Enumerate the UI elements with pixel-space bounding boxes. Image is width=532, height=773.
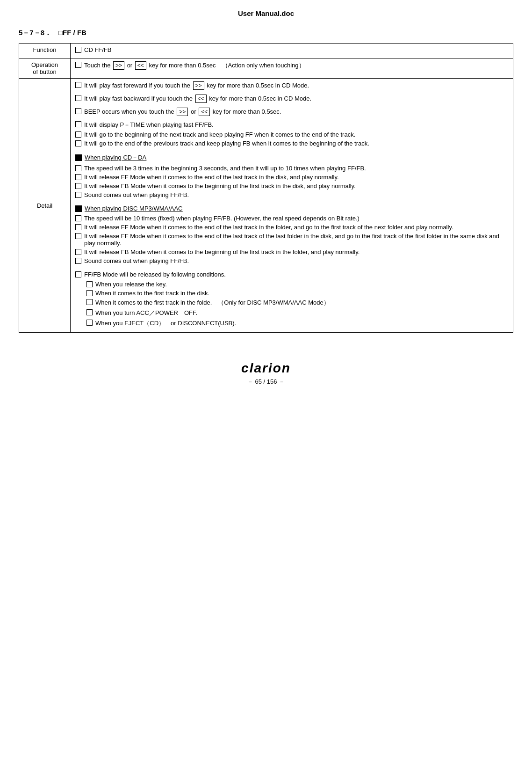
operation-item: Touch the >> or << key for more than 0.5… xyxy=(75,61,508,70)
operation-row: Operationof button Touch the >> or << ke… xyxy=(19,58,513,79)
detail-text-3: BEEP occurs when you touch the >> or << … xyxy=(84,108,281,116)
detail-item-2: It will play fast backward if you touch … xyxy=(75,95,508,103)
brand-logo: clarion xyxy=(19,361,513,376)
detail-item-4: It will display P－TIME when playing fast… xyxy=(75,121,508,129)
mp3-title: When playing DISC MP3/WMA/AAC xyxy=(75,205,508,212)
release-cond-text-5: When you EJECT（CD） or DISCONNECT(USB). xyxy=(95,319,236,328)
checkbox xyxy=(75,108,81,114)
detail-label: Detail xyxy=(19,79,71,333)
function-text: CD FF/FB xyxy=(84,46,112,53)
cdda-text-2: It will release FF Mode when it comes to… xyxy=(84,174,339,181)
checkbox xyxy=(75,121,81,127)
operation-label: Operationof button xyxy=(19,58,71,79)
cdda-text-1: The speed will be 3 times in the beginni… xyxy=(84,165,366,172)
checkbox xyxy=(75,140,81,146)
checkbox xyxy=(86,290,93,296)
checkbox xyxy=(75,183,81,189)
release-intro-text: FF/FB Mode will be released by following… xyxy=(84,271,226,278)
release-cond-text-4: When you turn ACC／POWER OFF. xyxy=(95,309,197,317)
checkbox xyxy=(86,281,93,287)
black-square-icon xyxy=(75,154,82,161)
main-table: Function CD FF/FB Operationof button Tou… xyxy=(19,43,513,333)
cdda-item-2: It will release FF Mode when it comes to… xyxy=(75,174,508,181)
release-cond-text-3: When it comes to the first track in the … xyxy=(95,299,330,307)
function-content: CD FF/FB xyxy=(71,44,513,58)
section-heading: 5－7－8． □FF / FB xyxy=(19,29,513,37)
checkbox xyxy=(75,192,81,198)
checkbox xyxy=(75,82,81,88)
checkbox xyxy=(86,320,93,326)
release-cond-1: When you release the key. xyxy=(86,281,508,288)
mp3-text-4: It will release FB Mode when it comes to… xyxy=(84,248,359,255)
checkbox xyxy=(75,249,81,255)
checkbox xyxy=(86,299,93,305)
checkbox xyxy=(75,215,81,221)
release-cond-text-1: When you release the key. xyxy=(95,281,167,288)
cdda-text-4: Sound comes out when playing FF/FB. xyxy=(84,191,189,198)
ff-key-3: >> xyxy=(177,108,188,116)
detail-text-2: It will play fast backward if you touch … xyxy=(84,95,311,103)
detail-text-4: It will display P－TIME when playing fast… xyxy=(84,121,214,129)
ff-key: >> xyxy=(113,61,124,70)
page-title: User Manual.doc xyxy=(19,9,513,17)
release-cond-3: When it comes to the first track in the … xyxy=(86,299,508,307)
mp3-text-2: It will release FF Mode when it comes to… xyxy=(84,224,453,231)
checkbox xyxy=(75,165,81,171)
mp3-item-1: The speed will be 10 times (fixed) when … xyxy=(75,215,508,222)
operation-text: Touch the >> or << key for more than 0.5… xyxy=(84,61,305,70)
mp3-item-3: It will release FF Mode when it comes to… xyxy=(75,233,508,247)
checkbox xyxy=(75,47,81,53)
ff-key-1: >> xyxy=(193,81,204,90)
mp3-title-text: When playing DISC MP3/WMA/AAC xyxy=(85,205,183,212)
page-number: － 65 / 156 － xyxy=(19,378,513,386)
cdda-title-text: When playing CD－DA xyxy=(85,153,146,162)
mp3-item-4: It will release FB Mode when it comes to… xyxy=(75,248,508,255)
checkbox xyxy=(75,233,81,239)
detail-text-5: It will go to the beginning of the next … xyxy=(84,131,355,138)
checkbox xyxy=(86,309,93,315)
checkbox xyxy=(75,271,81,277)
detail-text-6: It will go to the end of the previours t… xyxy=(84,140,369,147)
mp3-text-3: It will release FF Mode when it comes to… xyxy=(84,233,508,247)
detail-item-6: It will go to the end of the previours t… xyxy=(75,140,508,147)
release-section: FF/FB Mode will be released by following… xyxy=(75,271,508,328)
footer: clarion － 65 / 156 － xyxy=(19,361,513,386)
cdda-text-3: It will release FB Mode when it comes to… xyxy=(84,182,356,190)
detail-item-5: It will go to the beginning of the next … xyxy=(75,131,508,138)
checkbox xyxy=(75,224,81,230)
cdda-item-4: Sound comes out when playing FF/FB. xyxy=(75,191,508,198)
release-cond-4: When you turn ACC／POWER OFF. xyxy=(86,309,508,317)
fb-key: << xyxy=(135,61,146,70)
release-intro: FF/FB Mode will be released by following… xyxy=(75,271,508,278)
mp3-item-2: It will release FF Mode when it comes to… xyxy=(75,224,508,231)
release-cond-2: When it comes to the first track in the … xyxy=(86,290,508,297)
detail-item-1: It will play fast foreward if you touch … xyxy=(75,81,508,90)
black-square-icon-2 xyxy=(75,205,82,212)
function-row: Function CD FF/FB xyxy=(19,44,513,58)
function-label: Function xyxy=(19,44,71,58)
mp3-text-5: Sound comes out when playing FF/FB. xyxy=(84,257,189,264)
mp3-text-1: The speed will be 10 times (fixed) when … xyxy=(84,215,359,222)
checkbox xyxy=(75,174,81,180)
cdda-section: When playing CD－DA The speed will be 3 t… xyxy=(75,153,508,198)
function-item: CD FF/FB xyxy=(75,46,508,53)
detail-row: Detail It will play fast foreward if you… xyxy=(19,79,513,333)
detail-item-3: BEEP occurs when you touch the >> or << … xyxy=(75,108,508,116)
release-cond-5: When you EJECT（CD） or DISCONNECT(USB). xyxy=(86,319,508,328)
fb-key-3: << xyxy=(199,108,210,116)
fb-key-2: << xyxy=(195,95,207,103)
checkbox xyxy=(75,131,81,138)
detail-content: It will play fast foreward if you touch … xyxy=(71,79,513,333)
cdda-item-3: It will release FB Mode when it comes to… xyxy=(75,182,508,190)
release-cond-text-2: When it comes to the first track in the … xyxy=(95,290,209,297)
checkbox xyxy=(75,258,81,264)
operation-content: Touch the >> or << key for more than 0.5… xyxy=(71,58,513,79)
checkbox xyxy=(75,95,81,101)
cdda-title: When playing CD－DA xyxy=(75,153,508,162)
cdda-item-1: The speed will be 3 times in the beginni… xyxy=(75,165,508,172)
mp3-section: When playing DISC MP3/WMA/AAC The speed … xyxy=(75,205,508,264)
mp3-item-5: Sound comes out when playing FF/FB. xyxy=(75,257,508,264)
release-conditions: When you release the key. When it comes … xyxy=(86,281,508,328)
checkbox xyxy=(75,62,81,68)
detail-text-1: It will play fast foreward if you touch … xyxy=(84,81,309,90)
